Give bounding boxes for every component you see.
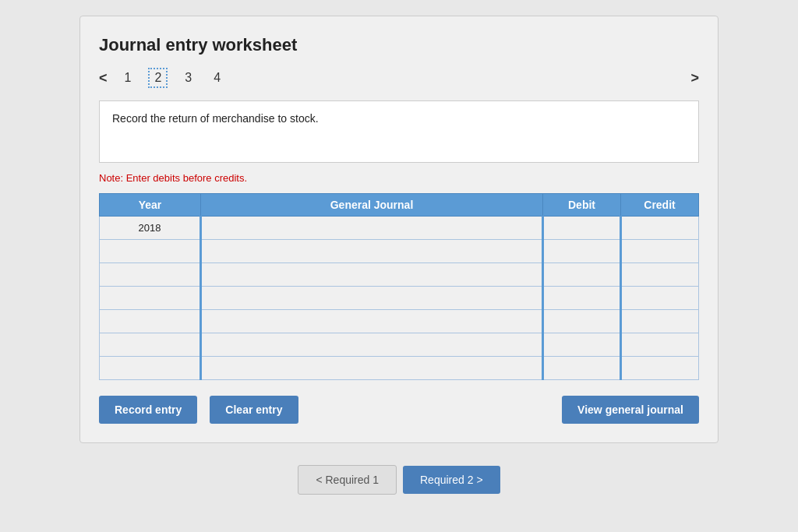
gj-cell-5[interactable] (201, 310, 543, 333)
gj-input-4[interactable] (205, 287, 538, 309)
debit-cell-2[interactable] (543, 240, 621, 263)
step-navigation: < 1 2 3 4 > (99, 68, 699, 88)
gj-cell-2[interactable] (201, 240, 543, 263)
gj-cell-3[interactable] (201, 263, 543, 287)
gj-input-7[interactable] (205, 357, 538, 379)
credit-cell-5[interactable] (621, 310, 699, 333)
debit-input-2[interactable] (547, 240, 616, 262)
debit-cell-3[interactable] (543, 263, 621, 287)
col-header-year: Year (100, 194, 201, 217)
credit-input-2[interactable] (625, 240, 695, 262)
debit-input-7[interactable] (547, 357, 616, 379)
col-header-general-journal: General Journal (201, 194, 543, 217)
gj-input-2[interactable] (205, 240, 538, 262)
debit-input-3[interactable] (547, 263, 616, 286)
credit-cell-3[interactable] (621, 263, 699, 287)
required-1-button[interactable]: < Required 1 (298, 465, 397, 495)
credit-input-4[interactable] (625, 287, 695, 309)
debit-cell-1[interactable] (543, 217, 621, 240)
bottom-navigation: < Required 1 Required 2 > (298, 465, 500, 495)
worksheet-title: Journal entry worksheet (99, 35, 699, 55)
record-entry-button[interactable]: Record entry (99, 396, 197, 424)
credit-input-7[interactable] (625, 357, 695, 379)
table-row (100, 333, 699, 357)
year-cell-7 (100, 357, 201, 380)
gj-input-1[interactable] (205, 217, 538, 239)
year-cell-3 (100, 263, 201, 287)
debit-input-4[interactable] (547, 287, 616, 309)
credit-cell-4[interactable] (621, 287, 699, 310)
credit-cell-7[interactable] (621, 357, 699, 380)
table-row: 2018 (100, 217, 699, 240)
table-row (100, 310, 699, 333)
debit-input-5[interactable] (547, 310, 616, 333)
step-2[interactable]: 2 (148, 68, 168, 88)
debit-cell-5[interactable] (543, 310, 621, 333)
credit-cell-2[interactable] (621, 240, 699, 263)
gj-input-5[interactable] (205, 310, 538, 333)
credit-input-3[interactable] (625, 263, 695, 286)
table-row (100, 263, 699, 287)
table-row (100, 287, 699, 310)
year-cell-6 (100, 333, 201, 357)
debit-cell-4[interactable] (543, 287, 621, 310)
credit-input-5[interactable] (625, 310, 695, 333)
gj-input-6[interactable] (205, 333, 538, 356)
debit-cell-7[interactable] (543, 357, 621, 380)
credit-input-1[interactable] (625, 217, 695, 239)
view-general-journal-button[interactable]: View general journal (562, 396, 699, 424)
step-3[interactable]: 3 (180, 69, 196, 86)
gj-cell-7[interactable] (201, 357, 543, 380)
note-text: Note: Enter debits before credits. (99, 172, 699, 184)
gj-input-3[interactable] (205, 263, 538, 286)
clear-entry-button[interactable]: Clear entry (210, 396, 298, 424)
gj-cell-6[interactable] (201, 333, 543, 357)
year-cell-4 (100, 287, 201, 310)
required-2-button[interactable]: Required 2 > (403, 466, 500, 494)
year-cell: 2018 (100, 217, 201, 240)
debit-cell-6[interactable] (543, 333, 621, 357)
gj-cell-1[interactable] (201, 217, 543, 240)
debit-input-6[interactable] (547, 333, 616, 356)
table-row (100, 357, 699, 380)
step-1[interactable]: 1 (120, 69, 136, 86)
debit-input-1[interactable] (547, 217, 616, 239)
instruction-text: Record the return of merchandise to stoc… (112, 112, 319, 125)
gj-cell-4[interactable] (201, 287, 543, 310)
credit-input-6[interactable] (625, 333, 695, 356)
action-buttons-row: Record entry Clear entry View general jo… (99, 396, 699, 424)
col-header-credit: Credit (621, 194, 699, 217)
table-row (100, 240, 699, 263)
year-cell-2 (100, 240, 201, 263)
prev-step-arrow[interactable]: < (99, 70, 108, 86)
credit-cell-6[interactable] (621, 333, 699, 357)
next-step-arrow[interactable]: > (690, 70, 699, 86)
step-4[interactable]: 4 (209, 69, 225, 86)
credit-cell-1[interactable] (621, 217, 699, 240)
instruction-box: Record the return of merchandise to stoc… (99, 100, 699, 163)
journal-table: Year General Journal Debit Credit 2018 (99, 193, 699, 380)
col-header-debit: Debit (543, 194, 621, 217)
worksheet-container: Journal entry worksheet < 1 2 3 4 > Reco… (79, 16, 719, 443)
year-cell-5 (100, 310, 201, 333)
